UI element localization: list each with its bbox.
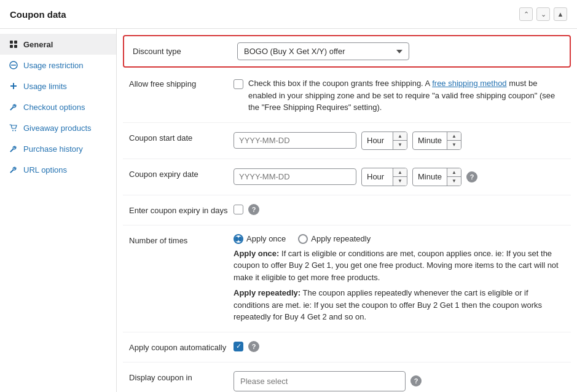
- number-of-times-description: Apply once: If cart is eligible or condi…: [234, 248, 565, 284]
- expiry-hour-label: Hour: [362, 169, 393, 184]
- expiry-date-help-icon[interactable]: ?: [466, 171, 477, 182]
- apply-repeatedly-label: Apply repeatedly: [311, 234, 371, 243]
- allow-free-shipping-label: Allow free shipping: [129, 77, 234, 90]
- start-minute-arrows: ▲ ▼: [447, 132, 461, 149]
- plus-icon: [9, 81, 18, 91]
- display-coupon-help-icon[interactable]: ?: [410, 375, 422, 386]
- page-title: Coupon data: [10, 9, 66, 20]
- apply-once-bold: Apply once:: [234, 249, 279, 258]
- sidebar-label-url-options: URL options: [23, 165, 67, 174]
- expand-button[interactable]: ▲: [554, 7, 567, 21]
- cart-icon: [9, 123, 18, 133]
- start-minute-label: Minute: [413, 133, 447, 148]
- coupon-start-date-row: Coupon start date Hour ▲ ▼ Minute: [123, 123, 571, 159]
- sidebar-item-url-options[interactable]: URL options: [0, 159, 116, 180]
- sidebar-item-usage-restriction[interactable]: Usage restriction: [0, 55, 116, 76]
- coupon-expiry-days-row: Enter coupon expiry in days ?: [123, 195, 571, 225]
- collapse-up-button[interactable]: ⌃: [519, 7, 533, 21]
- coupon-expiry-date-input[interactable]: [234, 168, 356, 185]
- discount-type-label: Discount type: [133, 47, 237, 56]
- svg-point-8: [12, 130, 14, 131]
- number-of-times-row: Number of times Apply once Ap: [123, 225, 571, 332]
- apply-repeatedly-radio[interactable]: Apply repeatedly: [298, 234, 371, 244]
- wrench-icon-url: [9, 165, 18, 174]
- display-coupon-in-row: Display coupon in ?: [123, 363, 571, 392]
- expiry-hour-down[interactable]: ▼: [393, 177, 407, 186]
- start-minute-down[interactable]: ▼: [447, 141, 461, 149]
- expiry-date-hour-spinner: Hour ▲ ▼: [361, 168, 407, 186]
- svg-point-9: [15, 130, 16, 131]
- discount-type-section: Discount type BOGO (Buy X Get X/Y) offer…: [123, 35, 571, 68]
- coupon-expiry-days-checkbox[interactable]: [234, 205, 243, 214]
- circle-slash-icon: [9, 60, 18, 70]
- number-of-times-content: Apply once Apply repeatedly Apply once: …: [234, 234, 565, 323]
- coupon-expiry-date-content: Hour ▲ ▼ Minute ▲ ▼: [234, 168, 565, 186]
- start-minute-up[interactable]: ▲: [447, 132, 461, 141]
- start-date-minute-spinner: Minute ▲ ▼: [412, 131, 461, 150]
- form-rows: Allow free shipping Check this box if th…: [117, 69, 577, 392]
- svg-rect-3: [14, 45, 17, 48]
- wrench-icon-purchase: [9, 144, 18, 154]
- expiry-minute-up[interactable]: ▲: [447, 168, 461, 177]
- apply-once-radio[interactable]: Apply once: [234, 234, 286, 244]
- coupon-expiry-days-label: Enter coupon expiry in days: [129, 204, 234, 216]
- sidebar-label-general: General: [23, 40, 53, 49]
- wrench-icon-checkout: [9, 102, 18, 112]
- sidebar: General Usage restriction: [0, 29, 117, 392]
- app-container: Coupon data ⌃ ⌄ ▲ General: [0, 0, 577, 392]
- allow-free-shipping-text: Check this box if the coupon grants free…: [248, 77, 565, 114]
- expiry-minute-down[interactable]: ▼: [447, 177, 461, 186]
- coupon-expiry-days-content: ?: [234, 204, 565, 215]
- allow-free-shipping-content: Check this box if the coupon grants free…: [234, 77, 565, 114]
- coupon-start-date-label: Coupon start date: [129, 131, 234, 144]
- sidebar-label-giveaway-products: Giveaway products: [23, 123, 92, 133]
- free-shipping-link[interactable]: free shipping method: [432, 79, 506, 88]
- main-layout: General Usage restriction: [0, 29, 577, 392]
- display-coupon-in-select[interactable]: [234, 371, 406, 391]
- coupon-expiry-date-row: Coupon expiry date Hour ▲ ▼ Minute: [123, 159, 571, 195]
- expiry-minute-label: Minute: [413, 169, 447, 184]
- sidebar-label-checkout-options: Checkout options: [23, 103, 85, 112]
- coupon-expiry-date-label: Coupon expiry date: [129, 168, 234, 180]
- sidebar-item-purchase-history[interactable]: Purchase history: [0, 138, 116, 159]
- title-bar-controls: ⌃ ⌄ ▲: [519, 7, 567, 21]
- coupon-start-date-content: Hour ▲ ▼ Minute ▲ ▼: [234, 131, 565, 150]
- svg-rect-2: [10, 45, 13, 48]
- apply-once-radio-input[interactable]: [234, 234, 243, 244]
- sidebar-label-usage-restriction: Usage restriction: [23, 61, 84, 70]
- expiry-days-help-icon[interactable]: ?: [248, 204, 259, 215]
- apply-automatically-help-icon[interactable]: ?: [248, 341, 259, 352]
- expiry-date-minute-spinner: Minute ▲ ▼: [412, 168, 461, 186]
- grid-icon: [9, 39, 18, 49]
- start-hour-arrows: ▲ ▼: [393, 132, 407, 149]
- allow-free-shipping-checkbox[interactable]: [234, 79, 243, 89]
- apply-once-label: Apply once: [246, 234, 286, 243]
- expiry-hour-arrows: ▲ ▼: [393, 168, 407, 186]
- apply-repeatedly-bold: Apply repeatedly:: [234, 288, 300, 297]
- sidebar-item-general[interactable]: General: [0, 34, 116, 55]
- start-hour-up[interactable]: ▲: [393, 132, 407, 141]
- number-of-times-radio-group: Apply once Apply repeatedly: [234, 234, 565, 244]
- number-of-times-label: Number of times: [129, 234, 234, 246]
- apply-coupon-automatically-label: Apply coupon automatically: [129, 341, 234, 353]
- apply-repeatedly-radio-input[interactable]: [298, 234, 308, 244]
- display-coupon-in-label: Display coupon in: [129, 371, 234, 383]
- coupon-start-date-input[interactable]: [234, 132, 356, 149]
- apply-coupon-automatically-checkbox[interactable]: ✓: [234, 342, 243, 351]
- title-bar: Coupon data ⌃ ⌄ ▲: [0, 0, 577, 29]
- discount-type-select[interactable]: BOGO (Buy X Get X/Y) offer Percentage di…: [237, 42, 409, 60]
- sidebar-item-checkout-options[interactable]: Checkout options: [0, 96, 116, 117]
- expiry-hour-up[interactable]: ▲: [393, 168, 407, 177]
- sidebar-item-giveaway-products[interactable]: Giveaway products: [0, 117, 116, 138]
- display-coupon-in-content: ?: [234, 371, 565, 391]
- apply-repeatedly-description: Apply repeatedly: The coupon applies rep…: [234, 287, 565, 323]
- svg-rect-1: [14, 41, 17, 44]
- sidebar-item-usage-limits[interactable]: Usage limits: [0, 76, 116, 96]
- checkmark-icon: ✓: [236, 342, 241, 350]
- apply-coupon-automatically-content: ✓ ?: [234, 341, 565, 352]
- expiry-minute-arrows: ▲ ▼: [447, 168, 461, 186]
- allow-free-shipping-row: Allow free shipping Check this box if th…: [123, 69, 571, 123]
- sidebar-label-purchase-history: Purchase history: [23, 144, 83, 154]
- collapse-down-button[interactable]: ⌄: [536, 7, 550, 21]
- start-hour-down[interactable]: ▼: [393, 141, 407, 149]
